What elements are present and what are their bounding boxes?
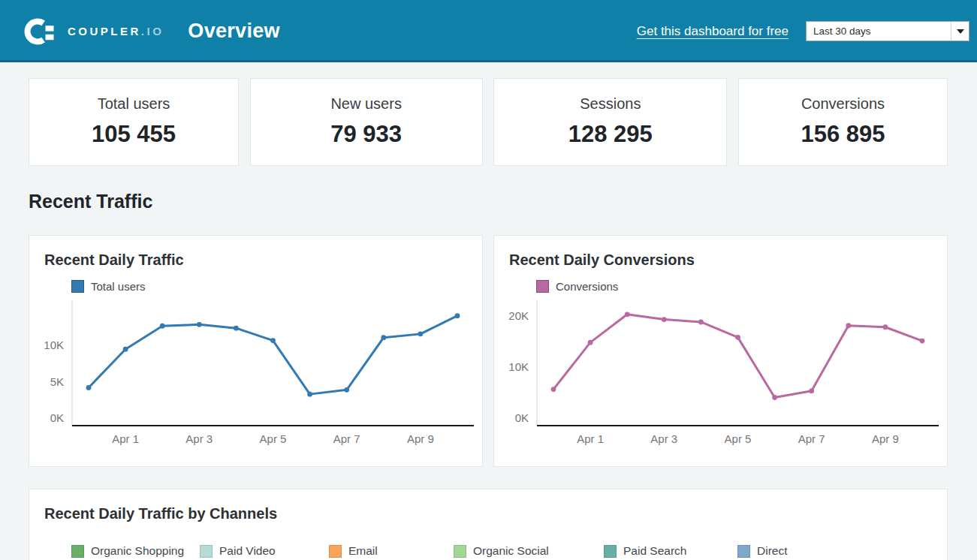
chart-legend[interactable]: Total users	[71, 280, 482, 293]
legend-item-paid-search[interactable]: Paid Search	[604, 544, 737, 558]
chart-title: Recent Daily Traffic	[29, 236, 482, 269]
chart-legend[interactable]: Conversions	[536, 280, 947, 293]
charts-row: Recent Daily Traffic Total users 0K5K10K…	[29, 235, 948, 467]
get-dashboard-link[interactable]: Get this dashboard for free	[637, 24, 789, 39]
legend-item-email[interactable]: Email	[329, 544, 454, 558]
svg-text:Apr 5: Apr 5	[260, 432, 287, 445]
legend-label: Conversions	[556, 280, 618, 293]
legend-swatch	[71, 545, 84, 558]
svg-text:0K: 0K	[515, 411, 529, 424]
coupler-logo-icon	[23, 15, 56, 48]
kpi-value: 156 895	[739, 121, 947, 148]
date-range-value: Last 30 days	[807, 26, 951, 37]
kpi-card-conversions: Conversions 156 895	[738, 78, 948, 166]
kpi-value: 79 933	[251, 121, 482, 148]
chart-card-daily-traffic: Recent Daily Traffic Total users 0K5K10K…	[29, 235, 483, 467]
legend-label: Paid Video	[219, 544, 276, 558]
legend-swatch	[454, 545, 466, 558]
legend-item-organic-shopping[interactable]: Organic Shopping	[71, 544, 200, 558]
svg-text:Apr 9: Apr 9	[407, 432, 434, 445]
legend-label: Organic Shopping	[91, 544, 184, 558]
svg-text:Apr 5: Apr 5	[725, 432, 752, 445]
main-content: Total users 105 455 New users 79 933 Ses…	[29, 78, 948, 560]
svg-text:20K: 20K	[508, 309, 529, 322]
kpi-card-sessions: Sessions 128 295	[493, 78, 727, 166]
legend-label: Organic Social	[473, 544, 549, 558]
legend-swatch	[604, 545, 617, 558]
kpi-label: New users	[251, 95, 482, 113]
svg-text:Apr 9: Apr 9	[872, 432, 899, 445]
legend-label: Total users	[91, 280, 146, 293]
svg-text:10K: 10K	[508, 360, 529, 373]
svg-text:0K: 0K	[50, 411, 64, 424]
kpi-label: Sessions	[494, 95, 726, 113]
daily-conversions-line-chart[interactable]: 0K10K20KApr 1Apr 3Apr 5Apr 7Apr 9	[494, 294, 948, 466]
kpi-value: 105 455	[29, 121, 238, 148]
legend-item-direct[interactable]: Direct	[737, 544, 787, 558]
svg-text:Apr 1: Apr 1	[577, 432, 604, 445]
kpi-card-total-users: Total users 105 455	[29, 78, 239, 166]
chart-card-daily-conversions: Recent Daily Conversions Conversions 0K1…	[493, 235, 948, 467]
page-title: Overview	[188, 20, 279, 43]
svg-text:Apr 7: Apr 7	[333, 432, 360, 445]
svg-text:Apr 1: Apr 1	[112, 432, 139, 445]
legend-item-paid-video[interactable]: Paid Video	[200, 544, 329, 558]
brand-wordmark: COUPLER.IO	[68, 25, 164, 38]
kpi-label: Conversions	[739, 95, 947, 113]
legend-swatch	[329, 545, 342, 558]
kpi-label: Total users	[29, 95, 238, 113]
kpi-card-new-users: New users 79 933	[250, 78, 483, 166]
legend-swatch	[737, 545, 750, 558]
app-header: COUPLER.IO Overview Get this dashboard f…	[0, 0, 977, 62]
chevron-down-icon	[957, 29, 964, 34]
svg-text:10K: 10K	[44, 339, 64, 351]
svg-text:Apr 7: Apr 7	[798, 432, 825, 445]
kpi-row: Total users 105 455 New users 79 933 Ses…	[29, 78, 948, 166]
legend-label: Paid Search	[623, 544, 686, 558]
legend-label: Direct	[757, 544, 787, 558]
channels-legend: Organic Shopping Paid Video Email Organi…	[71, 544, 947, 558]
legend-swatch	[536, 280, 549, 293]
chart-title: Recent Daily Conversions	[494, 236, 947, 269]
dashboard-page: COUPLER.IO Overview Get this dashboard f…	[0, 0, 977, 560]
chart-card-traffic-by-channels: Recent Daily Traffic by Channels Organic…	[29, 489, 948, 560]
chart-title: Recent Daily Traffic by Channels	[29, 489, 947, 522]
section-title-recent-traffic: Recent Traffic	[29, 191, 948, 212]
daily-traffic-line-chart[interactable]: 0K5K10KApr 1Apr 3Apr 5Apr 7Apr 9	[29, 294, 484, 466]
svg-text:Apr 3: Apr 3	[650, 432, 677, 445]
legend-swatch	[71, 280, 84, 293]
legend-swatch	[200, 545, 213, 558]
coupler-logo: COUPLER.IO	[23, 15, 164, 48]
kpi-value: 128 295	[494, 121, 726, 148]
svg-text:5K: 5K	[50, 375, 64, 388]
date-range-select[interactable]: Last 30 days	[806, 21, 969, 41]
svg-text:Apr 3: Apr 3	[185, 432, 213, 445]
legend-label: Email	[348, 544, 378, 558]
select-arrow-box[interactable]	[951, 22, 969, 41]
legend-item-organic-social[interactable]: Organic Social	[454, 544, 604, 558]
